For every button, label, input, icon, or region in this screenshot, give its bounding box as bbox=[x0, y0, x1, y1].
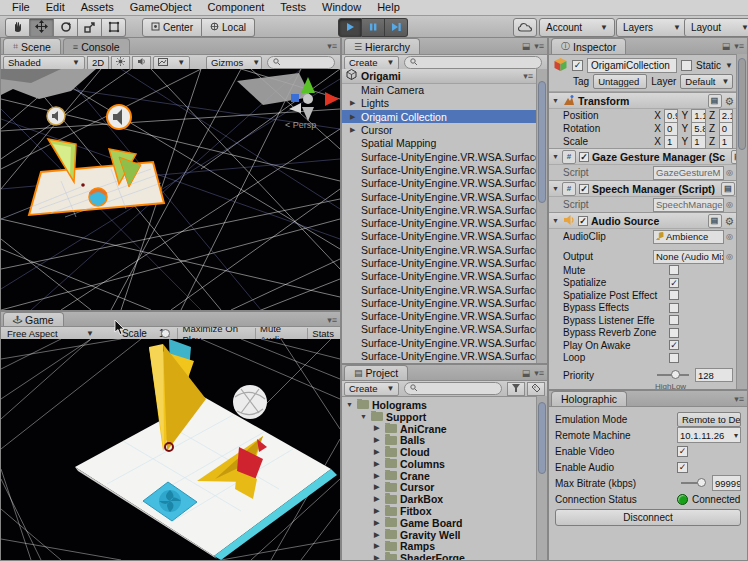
foldout-icon[interactable]: ▶ bbox=[350, 126, 358, 134]
gear-icon[interactable]: ⚙ bbox=[725, 95, 734, 107]
bitrate-slider[interactable] bbox=[681, 482, 704, 484]
gameobject-name-field[interactable]: OrigamiCollection bbox=[587, 58, 677, 73]
static-dropdown-icon[interactable]: ▼ bbox=[725, 61, 733, 70]
transform-component-header[interactable]: ▼ Transform ▤ ⚙ bbox=[549, 92, 737, 109]
scene-panel-menu-icon[interactable]: ▾≡ bbox=[327, 41, 337, 51]
script-component-header[interactable]: ▼#Gaze Gesture Manager (Sc▤⚙ bbox=[549, 148, 737, 165]
menu-item-window[interactable]: Window bbox=[314, 0, 369, 15]
tab-scene[interactable]: ⌗ Scene bbox=[3, 38, 61, 54]
lighting-toggle[interactable] bbox=[111, 56, 130, 70]
hierarchy-item[interactable]: Surface-UnityEngine.VR.WSA.SurfaceId bbox=[342, 256, 537, 269]
foldout-icon[interactable]: ▶ bbox=[374, 519, 382, 527]
foldout-icon[interactable]: ▶ bbox=[350, 113, 358, 121]
foldout-icon[interactable]: ▶ bbox=[374, 448, 382, 456]
priority-slider[interactable] bbox=[657, 374, 689, 376]
hierarchy-item[interactable]: Surface-UnityEngine.VR.WSA.SurfaceId bbox=[342, 216, 537, 229]
menu-item-edit[interactable]: Edit bbox=[38, 0, 73, 15]
bitrate-field[interactable]: 99999 bbox=[712, 475, 741, 491]
foldout-icon[interactable]: ▼ bbox=[360, 413, 368, 420]
project-scrollbar[interactable] bbox=[536, 396, 547, 560]
foldout-icon[interactable]: ▶ bbox=[374, 424, 382, 432]
project-item[interactable]: ▶Gravity Well bbox=[342, 529, 537, 541]
hierarchy-scene-row[interactable]: Origami ▾≡ bbox=[342, 69, 537, 84]
tab-inspector[interactable]: ⓘ Inspector bbox=[551, 38, 626, 54]
gameobject-active-checkbox[interactable] bbox=[572, 60, 583, 71]
rotate-tool-button[interactable] bbox=[54, 18, 78, 37]
audio-property-checkbox[interactable] bbox=[669, 265, 679, 275]
tab-project[interactable]: ▤ Project bbox=[344, 365, 408, 380]
foldout-icon[interactable]: ▶ bbox=[374, 483, 382, 491]
transform-scale-x-field[interactable]: 1 bbox=[664, 135, 678, 149]
foldout-icon[interactable]: ▶ bbox=[374, 542, 382, 550]
hierarchy-item[interactable]: Surface-UnityEngine.VR.WSA.SurfaceId bbox=[342, 323, 537, 336]
cloud-services-button[interactable] bbox=[513, 18, 537, 37]
lock-icon[interactable]: ⬓ bbox=[522, 41, 531, 51]
tab-console[interactable]: ≡ Console bbox=[63, 38, 130, 54]
remote-machine-field[interactable]: 10.1.11.26 ▾ bbox=[677, 427, 741, 443]
script-field[interactable]: SpeechManage bbox=[653, 198, 724, 212]
hierarchy-scrollbar[interactable] bbox=[536, 69, 547, 363]
project-search-type-button[interactable] bbox=[507, 382, 525, 396]
audio-property-checkbox[interactable] bbox=[669, 340, 679, 350]
game-panel-menu-icon[interactable]: ▾≡ bbox=[327, 315, 337, 325]
project-item[interactable]: ▶Ramps bbox=[342, 541, 537, 553]
audio-toggle[interactable] bbox=[132, 56, 151, 70]
enable-video-checkbox[interactable] bbox=[677, 446, 688, 457]
hierarchy-scrollbar-thumb[interactable] bbox=[538, 81, 546, 203]
hierarchy-item[interactable]: Surface-UnityEngine.VR.WSA.SurfaceId bbox=[342, 310, 537, 323]
object-picker-icon[interactable]: ◎ bbox=[726, 252, 733, 261]
audioclip-field[interactable]: Ambience bbox=[653, 230, 724, 244]
2d-toggle[interactable]: 2D bbox=[87, 56, 109, 70]
project-create-button[interactable]: Create ▼ bbox=[344, 382, 399, 396]
scene-viewport[interactable]: < Persp bbox=[1, 69, 340, 310]
gizmos-dropdown[interactable]: Gizmos ▼ bbox=[206, 56, 262, 70]
hierarchy-item[interactable]: Surface-UnityEngine.VR.WSA.SurfaceId bbox=[342, 243, 537, 256]
audio-property-checkbox[interactable] bbox=[669, 290, 679, 300]
object-picker-icon[interactable]: ◎ bbox=[726, 168, 733, 177]
audio-property-checkbox[interactable] bbox=[669, 353, 679, 363]
audio-property-checkbox[interactable] bbox=[669, 315, 679, 325]
scene-search-input[interactable] bbox=[267, 56, 335, 69]
transform-position-y-field[interactable]: 1.1512 bbox=[691, 109, 705, 123]
holographic-panel-menu-icon[interactable]: ▾≡ bbox=[734, 394, 744, 404]
transform-rotation-y-field[interactable]: 5.857 bbox=[691, 122, 705, 136]
foldout-icon[interactable]: ▶ bbox=[350, 99, 358, 107]
lock-icon[interactable]: ⬓ bbox=[522, 368, 531, 378]
reference-book-icon[interactable]: ▤ bbox=[708, 94, 722, 108]
project-scrollbar-thumb[interactable] bbox=[538, 402, 546, 474]
hierarchy-item[interactable]: Main Camera bbox=[342, 84, 537, 97]
maximize-on-play-toggle[interactable]: Maximize On Play bbox=[177, 328, 253, 340]
inspector-panel-menu-icon[interactable]: ▾≡ bbox=[734, 41, 744, 51]
inspector-scrollbar-thumb[interactable] bbox=[738, 58, 746, 150]
audio-property-checkbox[interactable] bbox=[669, 278, 679, 288]
foldout-icon[interactable]: ▼ bbox=[346, 401, 354, 408]
transform-scale-y-field[interactable]: 1 bbox=[691, 135, 705, 149]
hierarchy-item[interactable]: Surface-UnityEngine.VR.WSA.SurfaceId bbox=[342, 150, 537, 163]
project-search-input[interactable] bbox=[404, 382, 502, 395]
bitrate-slider-thumb[interactable] bbox=[697, 478, 706, 487]
project-item[interactable]: ▶Cloud bbox=[342, 446, 537, 458]
foldout-icon[interactable]: ▶ bbox=[374, 472, 382, 480]
hierarchy-item[interactable]: Surface-UnityEngine.VR.WSA.SurfaceId bbox=[342, 270, 537, 283]
stats-toggle[interactable]: Stats bbox=[307, 328, 338, 340]
hierarchy-item[interactable]: ▶Origami Collection bbox=[342, 110, 537, 123]
audio-source-header[interactable]: ▼ Audio Source ▤ ⚙ bbox=[549, 212, 737, 229]
transform-rotation-z-field[interactable]: 0 bbox=[719, 122, 733, 136]
pivot-toggle-button[interactable]: Center bbox=[142, 18, 202, 37]
menu-item-gameobject[interactable]: GameObject bbox=[122, 0, 200, 15]
foldout-icon[interactable]: ▶ bbox=[374, 460, 382, 468]
priority-field[interactable]: 128 bbox=[695, 368, 733, 382]
menu-item-assets[interactable]: Assets bbox=[73, 0, 122, 15]
foldout-icon[interactable]: ▶ bbox=[374, 531, 382, 539]
menu-item-file[interactable]: File bbox=[4, 0, 38, 15]
object-picker-icon[interactable]: ◎ bbox=[726, 232, 733, 241]
audio-property-checkbox[interactable] bbox=[669, 328, 679, 338]
mute-audio-toggle[interactable]: Mute Audio bbox=[255, 328, 305, 340]
transform-position-z-field[interactable]: 2.1626 bbox=[719, 109, 733, 123]
reference-book-icon[interactable]: ▤ bbox=[721, 182, 735, 196]
script-field[interactable]: GazeGestureM bbox=[653, 166, 724, 180]
hierarchy-panel-menu-icon[interactable]: ▾≡ bbox=[534, 41, 544, 51]
scale-slider-thumb[interactable] bbox=[161, 329, 170, 338]
hierarchy-search-input[interactable] bbox=[404, 56, 542, 69]
scale-tool-button[interactable] bbox=[78, 18, 102, 37]
